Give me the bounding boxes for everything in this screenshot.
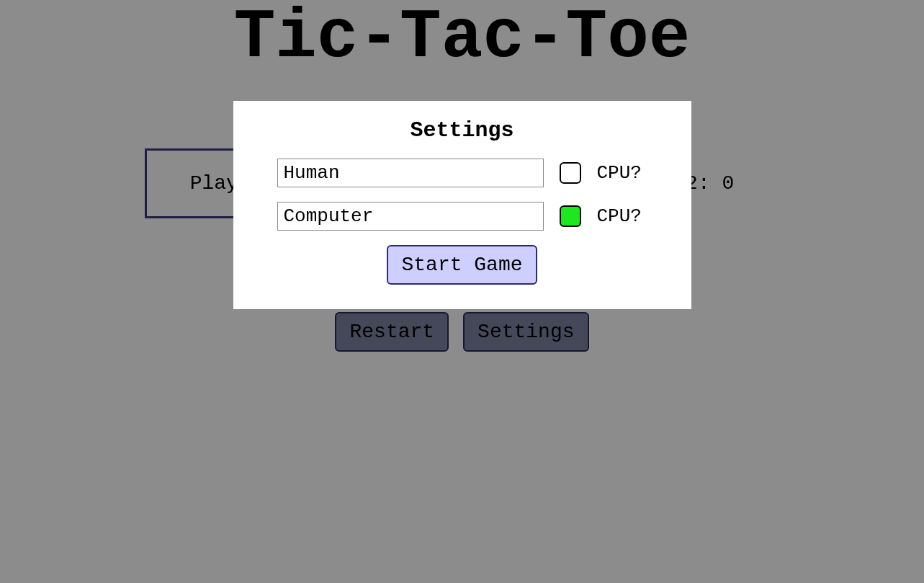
modal-overlay[interactable]: Settings CPU? CPU? Start Game [0, 0, 924, 583]
modal-title: Settings [255, 118, 670, 143]
settings-modal: Settings CPU? CPU? Start Game [233, 101, 691, 309]
start-game-button[interactable]: Start Game [387, 245, 537, 285]
player2-row: CPU? [255, 202, 670, 231]
player2-cpu-checkbox[interactable] [560, 205, 581, 227]
player2-cpu-label: CPU? [597, 205, 647, 227]
player2-name-input[interactable] [277, 202, 544, 231]
player1-row: CPU? [255, 159, 670, 187]
player1-cpu-checkbox[interactable] [560, 162, 581, 184]
player1-cpu-label: CPU? [597, 162, 647, 184]
player1-name-input[interactable] [277, 159, 544, 187]
